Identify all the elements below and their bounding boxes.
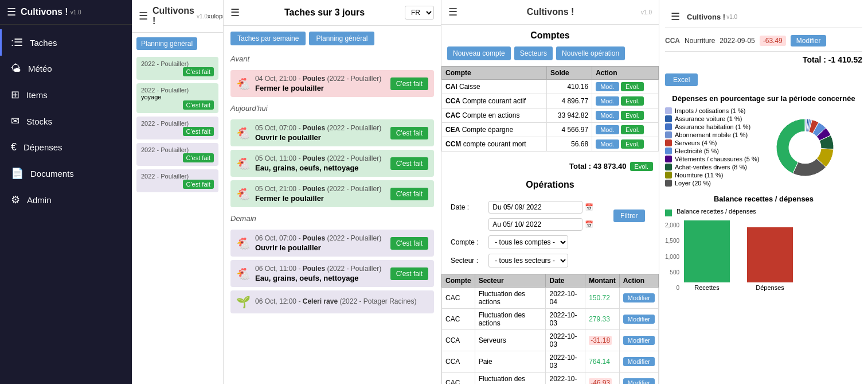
tasks-3jours-panel: ☰ Taches sur 3 jours FR EN Taches par se… bbox=[224, 0, 441, 384]
date-au-input[interactable] bbox=[488, 218, 582, 231]
col-compte: Compte bbox=[442, 67, 547, 80]
mod-btn[interactable]: Mod. bbox=[596, 82, 619, 91]
tasks-action-buttons: Taches par semaine Planning général bbox=[224, 26, 441, 51]
task-entity-5: Poules bbox=[303, 234, 325, 242]
stats-version: v1.0 bbox=[726, 14, 737, 20]
modifier-btn[interactable]: Modifier bbox=[623, 357, 655, 366]
nouvelle-op-btn[interactable]: Nouvelle opération bbox=[556, 46, 625, 60]
account-actions: Mod. Evol. bbox=[592, 108, 659, 123]
partial-task-5: 2022 - Poulailler) C'est fait bbox=[136, 169, 218, 192]
account-code-name: CAC Compte en actions bbox=[442, 108, 547, 123]
partial-planning-btn[interactable]: Planning général bbox=[136, 37, 197, 50]
op-secteur: Serveurs bbox=[475, 330, 546, 351]
meteo-icon: 🌤 bbox=[11, 63, 21, 75]
ops-title: Opérations bbox=[441, 175, 659, 195]
legend-item: Abonnement mobile (1 %) bbox=[665, 131, 759, 138]
stats-hamburger-icon[interactable]: ☰ bbox=[671, 10, 680, 23]
partial-cest-fait-5[interactable]: C'est fait bbox=[183, 180, 214, 189]
legend-color-dot bbox=[665, 107, 672, 114]
tasks-hamburger-icon[interactable]: ☰ bbox=[230, 6, 240, 19]
task-item-4: 🐔 05 Oct, 21:00 - Poules (2022 - Poulail… bbox=[230, 180, 434, 207]
chart-section: Dépenses en pourcentage sur la période c… bbox=[665, 94, 862, 188]
comptes-version: v1.0 bbox=[641, 9, 652, 15]
sidebar-item-depenses[interactable]: € Dépenses bbox=[0, 134, 132, 160]
partial-cest-fait-3[interactable]: C'est fait bbox=[183, 127, 214, 136]
op-secteur: Fluctuation des actions bbox=[475, 288, 546, 309]
sidebar-item-documents[interactable]: 📄 Documents bbox=[0, 160, 132, 187]
secteurs-btn[interactable]: Secteurs bbox=[514, 46, 553, 60]
task-loc-5: (2022 - Poulailler) bbox=[325, 234, 381, 242]
modifier-btn[interactable]: Modifier bbox=[623, 336, 655, 345]
stats-top-row: CCA Nourriture 2022-09-05 -63.49 Modifie… bbox=[665, 33, 862, 49]
op-montant: -31.18 bbox=[585, 330, 620, 351]
legend-item: Impots / cotisations (1 %) bbox=[665, 107, 759, 114]
legend-color-dot bbox=[665, 139, 672, 146]
partial-cest-fait-1[interactable]: C'est fait bbox=[183, 67, 214, 76]
sidebar-item-items[interactable]: ⊞ Items bbox=[0, 82, 132, 108]
partial-hamburger-icon[interactable]: ☰ bbox=[139, 10, 148, 22]
comptes-evol-btn[interactable]: Evol. bbox=[630, 162, 653, 171]
sidebar-label-admin: Admin bbox=[27, 195, 52, 205]
partial-task1-title: 2022 - Poulailler) bbox=[141, 60, 214, 67]
task-cest-fait-1[interactable]: C'est fait bbox=[390, 77, 428, 90]
calendar-icon-du[interactable]: 📅 bbox=[585, 203, 593, 211]
task-cest-fait-3[interactable]: C'est fait bbox=[390, 157, 428, 170]
mod-btn[interactable]: Mod. bbox=[596, 111, 619, 120]
op-date: 2022-10-04 bbox=[546, 288, 585, 309]
tasks-par-semaine-btn[interactable]: Taches par semaine bbox=[230, 32, 306, 45]
task-date-1: 04 Oct, 21:00 - bbox=[255, 75, 303, 83]
stats-modifier-btn[interactable]: Modifier bbox=[791, 35, 827, 46]
nouveau-compte-btn[interactable]: Nouveau compte bbox=[447, 46, 511, 60]
modifier-btn[interactable]: Modifier bbox=[623, 293, 655, 302]
mod-btn[interactable]: Mod. bbox=[596, 139, 619, 149]
hamburger-icon[interactable]: ☰ bbox=[7, 6, 16, 18]
comptes-hamburger-icon[interactable]: ☰ bbox=[448, 6, 458, 18]
legend-item: Assurance habitation (1 %) bbox=[665, 123, 759, 130]
ops-col-secteur: Secteur bbox=[475, 274, 546, 288]
compte-filter-select[interactable]: - tous les comptes - bbox=[488, 235, 568, 249]
sidebar-label-depenses: Dépenses bbox=[24, 142, 62, 152]
sidebar-item-taches[interactable]: :☰ Taches bbox=[0, 29, 132, 56]
modifier-btn[interactable]: Modifier bbox=[623, 378, 655, 384]
legend-label: Nourriture (11 %) bbox=[675, 172, 723, 179]
filtrer-btn[interactable]: Filtrer bbox=[613, 210, 645, 222]
date-du-input[interactable] bbox=[488, 201, 582, 214]
partial-task5-title: 2022 - Poulailler) bbox=[141, 173, 214, 180]
task-desc-5: Ouvrir le poulailler bbox=[255, 243, 386, 252]
stats-date: 2022-09-05 bbox=[720, 37, 754, 45]
op-action: Modifier bbox=[619, 309, 658, 330]
partial-cest-fait-4[interactable]: C'est fait bbox=[183, 153, 214, 162]
partial-cest-fait-2[interactable]: C'est fait bbox=[183, 100, 214, 110]
task-cest-fait-6[interactable]: C'est fait bbox=[390, 267, 428, 280]
secteur-filter-select[interactable]: - tous les secteurs - bbox=[488, 254, 568, 267]
language-select[interactable]: FR EN bbox=[405, 6, 434, 20]
sidebar-label-meteo: Météo bbox=[28, 64, 52, 73]
mod-btn[interactable]: Mod. bbox=[596, 125, 619, 134]
task-cest-fait-5[interactable]: C'est fait bbox=[390, 237, 428, 250]
sidebar-item-stocks[interactable]: ✉ Stocks bbox=[0, 108, 132, 134]
stats-account: CCA bbox=[665, 37, 680, 45]
app-version: v1.0 bbox=[71, 9, 81, 15]
sidebar-item-admin[interactable]: ⚙ Admin bbox=[0, 187, 132, 213]
modifier-btn[interactable]: Modifier bbox=[623, 315, 655, 324]
evol-btn[interactable]: Evol. bbox=[621, 139, 644, 149]
depenses-bar-group: Dépenses bbox=[747, 227, 793, 291]
task-cest-fait-2[interactable]: C'est fait bbox=[390, 127, 428, 139]
task-cest-fait-4[interactable]: C'est fait bbox=[390, 188, 428, 200]
op-compte: CAC bbox=[442, 288, 475, 309]
account-code-name: CAI Caisse bbox=[442, 80, 547, 94]
section-aujourdhui: Aujourd'hui bbox=[224, 100, 441, 116]
y-axis-label: 500 bbox=[665, 269, 679, 276]
evol-btn[interactable]: Evol. bbox=[621, 111, 644, 120]
mod-btn[interactable]: Mod. bbox=[596, 96, 619, 106]
sidebar-item-meteo[interactable]: 🌤 Météo bbox=[0, 56, 132, 82]
calendar-icon-au[interactable]: 📅 bbox=[585, 220, 593, 228]
evol-btn[interactable]: Evol. bbox=[621, 96, 644, 106]
evol-btn[interactable]: Evol. bbox=[621, 125, 644, 134]
task-item-2: 🐔 05 Oct, 07:00 - Poules (2022 - Poulail… bbox=[230, 119, 434, 146]
account-code-name: CEA Compte épargne bbox=[442, 123, 547, 137]
tasks-planning-btn[interactable]: Planning général bbox=[309, 32, 374, 45]
op-secteur: Paie bbox=[475, 351, 546, 373]
evol-btn[interactable]: Evol. bbox=[621, 82, 644, 91]
excel-btn[interactable]: Excel bbox=[665, 73, 698, 86]
